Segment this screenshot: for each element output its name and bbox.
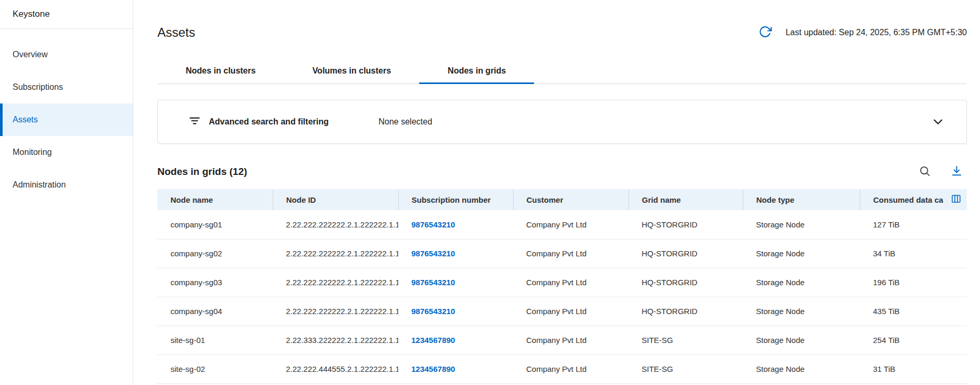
sidebar-item-label: Monitoring <box>13 148 52 157</box>
tab-label: Nodes in grids <box>448 66 506 75</box>
cell-grid-name: HQ-STORGRID <box>629 210 743 239</box>
filter-selection-text: None selected <box>379 117 432 127</box>
download-button[interactable] <box>951 165 963 179</box>
last-updated-text: Last updated: Sep 24, 2025, 6:35 PM GMT+… <box>785 28 967 37</box>
cell-customer: Company Pvt Ltd <box>513 268 629 297</box>
cell-node-name: company-sg01 <box>157 210 273 239</box>
cell-consumed: 34 TiB <box>860 239 967 268</box>
last-updated-area: Last updated: Sep 24, 2025, 6:35 PM GMT+… <box>759 25 967 40</box>
cell-grid-name: HQ-STORGRID <box>629 239 743 268</box>
cell-node-id: 2.22.333.222222.2.1.222222.1.1.1.1 <box>273 326 398 355</box>
cell-consumed: 196 TiB <box>860 268 967 297</box>
subscription-link[interactable]: 9876543210 <box>411 278 455 287</box>
cell-consumed: 254 TiB <box>860 326 967 355</box>
subscription-link[interactable]: 1234567890 <box>411 336 455 345</box>
main-content: Assets Last updated: Sep 24, 2025, 6:35 … <box>133 0 980 385</box>
cell-node-type: Storage Node <box>743 355 860 383</box>
sidebar: Keystone Overview Subscriptions Assets M… <box>0 0 133 385</box>
cell-node-type: Storage Node <box>743 297 860 326</box>
table-row: company-sg04 2.22.222.222222.2.1.222222.… <box>157 297 967 326</box>
cell-customer: Company Pvt Ltd <box>513 326 629 355</box>
tab-label: Volumes in clusters <box>312 66 391 75</box>
column-header-customer: Customer <box>513 189 629 210</box>
tab-nodes-in-grids[interactable]: Nodes in grids <box>419 66 534 84</box>
download-icon <box>951 165 963 179</box>
cell-customer: Company Pvt Ltd <box>513 239 629 268</box>
cell-node-type: Storage Node <box>743 239 860 268</box>
table-row: site-sg-02 2.22.222.444555.2.1.222222.1.… <box>157 355 967 383</box>
tab-label: Nodes in clusters <box>186 66 255 75</box>
table-actions <box>919 165 967 179</box>
page-title: Assets <box>157 25 195 40</box>
sidebar-item-administration[interactable]: Administration <box>0 169 133 201</box>
table-header-row: Node name Node ID Subscription number Cu… <box>157 189 967 210</box>
page-header: Assets Last updated: Sep 24, 2025, 6:35 … <box>157 25 967 40</box>
cell-node-type: Storage Node <box>743 210 860 239</box>
tab-nodes-in-clusters[interactable]: Nodes in clusters <box>157 66 284 84</box>
advanced-search-panel[interactable]: Advanced search and filtering None selec… <box>157 100 967 144</box>
cell-node-name: site-sg-01 <box>157 326 273 355</box>
sidebar-item-label: Administration <box>13 180 66 190</box>
subscription-link[interactable]: 9876543210 <box>411 249 455 258</box>
cell-subscription: 1234567890 <box>398 355 513 383</box>
app-root: Keystone Overview Subscriptions Assets M… <box>0 0 980 385</box>
cell-node-name: site-sg-02 <box>157 355 273 383</box>
cell-node-id: 2.22.222.222222.2.1.222222.1.1.1.3 <box>273 268 398 297</box>
sidebar-item-label: Overview <box>13 50 48 59</box>
sidebar-item-assets[interactable]: Assets <box>0 103 133 136</box>
subscription-link[interactable]: 9876543210 <box>411 307 455 316</box>
column-settings-icon <box>951 193 962 206</box>
column-header-label: Consumed data ca <box>874 195 943 204</box>
cell-customer: Company Pvt Ltd <box>513 355 629 383</box>
cell-subscription: 1234567890 <box>398 326 513 355</box>
column-header-node-id: Node ID <box>273 189 398 210</box>
cell-node-name: company-sg03 <box>157 268 273 297</box>
tab-bar: Nodes in clusters Volumes in clusters No… <box>157 66 967 84</box>
table-title: Nodes in grids (12) <box>157 166 247 178</box>
cell-grid-name: SITE-SG <box>629 326 743 355</box>
column-header-subscription-number: Subscription number <box>398 189 513 210</box>
search-icon <box>919 165 931 179</box>
cell-subscription: 9876543210 <box>398 210 513 239</box>
cell-subscription: 9876543210 <box>398 268 513 297</box>
nodes-in-grids-table: Node name Node ID Subscription number Cu… <box>157 189 967 384</box>
search-button[interactable] <box>919 165 931 179</box>
sidebar-item-overview[interactable]: Overview <box>0 38 133 71</box>
subscription-link[interactable]: 1234567890 <box>411 365 455 373</box>
filter-icon <box>188 114 201 130</box>
cell-node-id: 2.22.222.222222.2.1.222222.1.1.1.2 <box>273 239 398 268</box>
refresh-icon <box>759 25 772 40</box>
cell-subscription: 9876543210 <box>398 297 513 326</box>
tab-volumes-in-clusters[interactable]: Volumes in clusters <box>284 66 419 84</box>
cell-node-type: Storage Node <box>743 326 860 355</box>
sidebar-item-label: Assets <box>13 115 38 124</box>
sidebar-nav: Overview Subscriptions Assets Monitoring… <box>0 38 133 201</box>
cell-consumed: 127 TiB <box>860 210 967 239</box>
sidebar-item-monitoring[interactable]: Monitoring <box>0 136 133 169</box>
table-row: company-sg03 2.22.222.222222.2.1.222222.… <box>157 268 967 297</box>
app-title: Keystone <box>0 0 133 29</box>
column-settings-button[interactable] <box>951 193 962 206</box>
cell-node-type: Storage Node <box>743 268 860 297</box>
column-header-node-name: Node name <box>157 189 273 210</box>
column-header-node-type: Node type <box>743 189 860 210</box>
sidebar-item-label: Subscriptions <box>13 82 63 92</box>
column-header-consumed-data: Consumed data ca <box>860 189 967 210</box>
cell-node-id: 2.22.222.222222.2.1.222222.1.1.1.1 <box>273 210 398 239</box>
sidebar-item-subscriptions[interactable]: Subscriptions <box>0 71 133 103</box>
cell-consumed: 435 TiB <box>860 297 967 326</box>
table-row: company-sg02 2.22.222.222222.2.1.222222.… <box>157 239 967 268</box>
cell-grid-name: HQ-STORGRID <box>629 297 743 326</box>
table-section-header: Nodes in grids (12) <box>157 165 967 179</box>
cell-node-id: 2.22.222.444555.2.1.222222.1.1.1.1 <box>273 355 398 383</box>
advanced-search-label: Advanced search and filtering <box>209 117 329 127</box>
cell-node-name: company-sg04 <box>157 297 273 326</box>
column-header-grid-name: Grid name <box>629 189 743 210</box>
cell-node-name: company-sg02 <box>157 239 273 268</box>
table-row: company-sg01 2.22.222.222222.2.1.222222.… <box>157 210 967 239</box>
subscription-link[interactable]: 9876543210 <box>411 220 455 229</box>
cell-subscription: 9876543210 <box>398 239 513 268</box>
cell-consumed: 31 TiB <box>860 355 967 383</box>
refresh-button[interactable] <box>759 25 772 40</box>
chevron-down-icon[interactable] <box>931 115 945 129</box>
